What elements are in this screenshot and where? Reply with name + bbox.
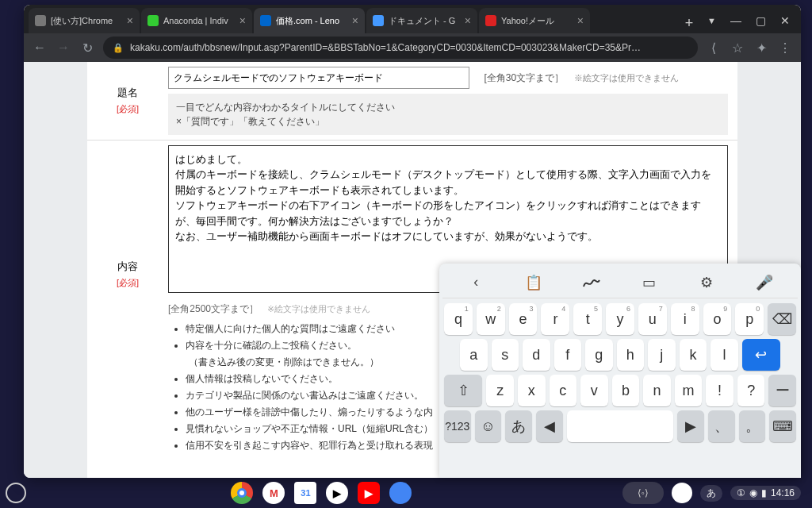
title-row: 題名 [必須] [全角30文字まで］ ※絵文字は使用できません 一目でどんな内容…	[87, 62, 737, 140]
tab-title: [使い方]Chrome	[51, 15, 122, 27]
tab[interactable]: ドキュメント - G×	[366, 8, 477, 33]
enter-key[interactable]: ↩	[742, 339, 780, 371]
handwriting-icon[interactable]	[580, 271, 603, 294]
key-s[interactable]: s	[492, 339, 519, 371]
key-![interactable]: !	[706, 375, 733, 406]
key-q[interactable]: q1	[444, 303, 473, 335]
space-key[interactable]	[567, 410, 674, 442]
period-key[interactable]: 。	[739, 410, 766, 442]
share-icon[interactable]: ⟨	[706, 40, 722, 56]
key-t[interactable]: t5	[573, 303, 602, 335]
tab-title: ドキュメント - G	[389, 15, 460, 27]
tab[interactable]: Anaconda | Indiv×	[141, 8, 252, 33]
reload-button[interactable]: ↻	[79, 40, 95, 56]
key-o[interactable]: o9	[703, 303, 732, 335]
title-label: 題名	[117, 87, 138, 98]
title-charlimit: [全角30文字まで］	[484, 71, 564, 85]
required-badge: [必須]	[106, 277, 149, 289]
key-h[interactable]: h	[617, 339, 645, 371]
forward-button[interactable]: →	[56, 40, 71, 55]
play-app-icon[interactable]: ▶	[326, 482, 348, 504]
key-u[interactable]: u7	[638, 303, 667, 335]
files-app-icon[interactable]	[389, 482, 412, 504]
kb-back-icon[interactable]: ‹	[465, 271, 487, 294]
stylus-tools-icon[interactable]: ⟨◦⟩	[622, 482, 664, 504]
key-d[interactable]: d	[523, 339, 550, 371]
key-n[interactable]: n	[643, 375, 671, 406]
tab-close-icon[interactable]: ×	[239, 14, 246, 27]
tab-close-icon[interactable]: ×	[465, 14, 471, 27]
chrome-app-icon[interactable]	[231, 482, 253, 504]
clock: 14:16	[771, 487, 795, 498]
close-button[interactable]: ✕	[780, 14, 790, 27]
key-k[interactable]: k	[680, 339, 707, 371]
tab-close-icon[interactable]: ×	[352, 14, 358, 27]
key-p[interactable]: p0	[735, 303, 764, 335]
keyboard-toolbar: ‹ 📋 ▭ ⚙ 🎤	[442, 267, 798, 298]
youtube-app-icon[interactable]: ▶	[358, 482, 380, 504]
key-a[interactable]: a	[460, 339, 488, 371]
status-tray[interactable]: ① ◉ ▮ 14:16	[730, 486, 801, 500]
new-tab-button[interactable]: +	[679, 13, 699, 33]
key-x[interactable]: x	[518, 375, 546, 406]
title-input[interactable]	[168, 67, 469, 89]
key-z[interactable]: z	[486, 375, 514, 406]
dash-key[interactable]: ー	[768, 375, 796, 406]
symbols-key[interactable]: ?123	[444, 410, 471, 442]
shelf-app-icon[interactable]	[672, 483, 692, 503]
key-r[interactable]: r4	[541, 303, 569, 335]
key-i[interactable]: i8	[671, 303, 699, 335]
bookmark-icon[interactable]: ☆	[730, 40, 745, 56]
key-v[interactable]: v	[580, 375, 608, 406]
address-bar[interactable]: 🔒 kakaku.com/auth/bbsnew/Input.asp?Paren…	[103, 37, 698, 59]
maximize-button[interactable]: ▢	[756, 14, 766, 27]
tab[interactable]: [使い方]Chrome×	[29, 8, 140, 33]
key-e[interactable]: e3	[509, 303, 538, 335]
tab-close-icon[interactable]: ×	[577, 14, 584, 27]
right-key[interactable]: ▶	[677, 410, 704, 442]
key-w[interactable]: w2	[477, 303, 505, 335]
comma-key[interactable]: 、	[708, 410, 735, 442]
launcher-button[interactable]	[6, 483, 26, 503]
gmail-app-icon[interactable]: M	[262, 482, 285, 504]
clipboard-icon[interactable]: 📋	[523, 271, 545, 294]
shift-key[interactable]: ⇧	[444, 375, 482, 406]
tab[interactable]: 価格.com - Leno×	[254, 8, 365, 33]
backspace-key[interactable]: ⌫	[768, 303, 796, 335]
tab[interactable]: Yahoo!メール×	[479, 8, 590, 33]
hide-keyboard-key[interactable]: ⌨	[769, 410, 796, 442]
key-g[interactable]: g	[585, 339, 613, 371]
key-c[interactable]: c	[550, 375, 577, 406]
menu-icon[interactable]: ⋮	[777, 40, 793, 56]
extensions-icon[interactable]: ✦	[753, 40, 769, 56]
lock-icon: 🔒	[113, 43, 124, 53]
title-guideline: 一目でどんな内容かわかるタイトルにしてください ×「質問です」「教えてください」	[168, 94, 728, 135]
tab-favicon	[147, 15, 159, 26]
float-icon[interactable]: ▭	[638, 271, 660, 294]
tab-title: Anaconda | Indiv	[163, 16, 235, 25]
key-y[interactable]: y6	[606, 303, 634, 335]
key-m[interactable]: m	[675, 375, 703, 406]
lang-key[interactable]: あ	[505, 410, 532, 442]
tab-title: 価格.com - Leno	[276, 15, 347, 27]
settings-icon[interactable]: ⚙	[695, 271, 718, 294]
tab-close-icon[interactable]: ×	[127, 14, 133, 27]
key-?[interactable]: ?	[737, 375, 765, 406]
key-j[interactable]: j	[648, 339, 676, 371]
calendar-app-icon[interactable]: 31	[294, 482, 316, 504]
left-key[interactable]: ◀	[536, 410, 563, 442]
mic-icon[interactable]: 🎤	[753, 271, 776, 294]
content-label: 内容	[117, 260, 138, 272]
key-l[interactable]: l	[710, 339, 738, 371]
tab-favicon	[373, 15, 384, 26]
tab-overflow-icon[interactable]: ▼	[707, 16, 716, 25]
emoji-key[interactable]: ☺	[475, 410, 502, 442]
key-f[interactable]: f	[554, 339, 582, 371]
shelf-apps: M 31 ▶ ▶	[32, 482, 611, 504]
key-b[interactable]: b	[612, 375, 640, 406]
minimize-button[interactable]: —	[730, 14, 741, 27]
ime-indicator[interactable]: あ	[700, 485, 722, 502]
tab-favicon	[485, 15, 496, 26]
back-button[interactable]: ←	[32, 40, 48, 55]
tab-strip: [使い方]Chrome×Anaconda | Indiv×価格.com - Le…	[24, 8, 679, 33]
